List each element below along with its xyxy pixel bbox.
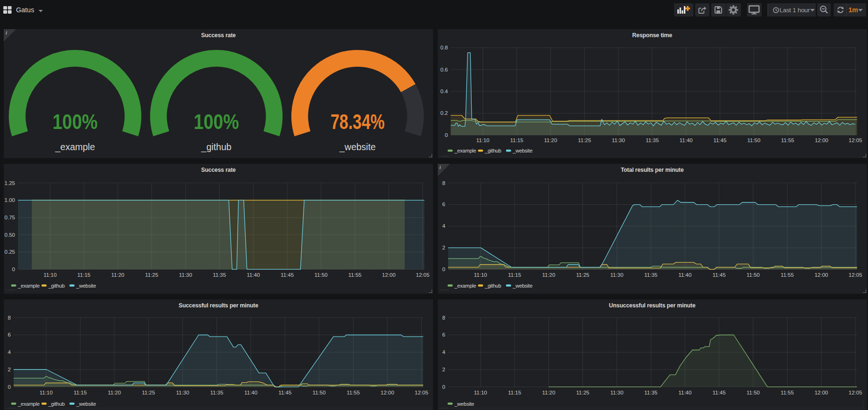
svg-text:11:40: 11:40 xyxy=(247,272,260,278)
svg-text:11:10: 11:10 xyxy=(476,137,490,143)
svg-text:0: 0 xyxy=(8,384,11,390)
svg-text:_example: _example xyxy=(55,142,95,153)
svg-text:2: 2 xyxy=(8,367,11,372)
svg-text:11:40: 11:40 xyxy=(678,390,691,395)
svg-text:11:50: 11:50 xyxy=(314,272,328,278)
svg-text:11:10: 11:10 xyxy=(43,272,56,278)
svg-text:6: 6 xyxy=(442,201,445,207)
svg-text:8: 8 xyxy=(442,180,445,186)
svg-text:4: 4 xyxy=(442,349,446,355)
svg-text:0: 0 xyxy=(442,384,445,390)
svg-text:11:45: 11:45 xyxy=(278,390,291,395)
svg-text:11:25: 11:25 xyxy=(576,272,589,278)
svg-text:12:05: 12:05 xyxy=(849,390,862,395)
svg-text:11:55: 11:55 xyxy=(780,390,794,395)
svg-text:11:20: 11:20 xyxy=(108,390,121,395)
svg-text:11:15: 11:15 xyxy=(510,137,523,143)
svg-text:11:50: 11:50 xyxy=(313,390,326,395)
svg-text:6: 6 xyxy=(442,332,445,338)
svg-text:11:15: 11:15 xyxy=(77,272,90,278)
svg-text:12:05: 12:05 xyxy=(415,390,428,395)
svg-text:_github: _github xyxy=(48,283,65,289)
svg-text:_example: _example xyxy=(454,148,476,153)
svg-text:11:15: 11:15 xyxy=(508,272,521,278)
svg-text:_website: _website xyxy=(339,142,376,153)
svg-text:11:55: 11:55 xyxy=(346,390,360,395)
svg-text:11:20: 11:20 xyxy=(542,272,555,278)
svg-text:11:20: 11:20 xyxy=(544,137,557,143)
svg-text:0.6: 0.6 xyxy=(441,67,448,72)
svg-text:0.75: 0.75 xyxy=(5,215,15,220)
svg-text:_website: _website xyxy=(512,148,532,153)
svg-text:4: 4 xyxy=(442,223,446,229)
svg-text:11:30: 11:30 xyxy=(610,390,623,395)
svg-text:0: 0 xyxy=(12,266,15,272)
svg-text:0: 0 xyxy=(442,266,445,272)
svg-text:12:00: 12:00 xyxy=(814,272,828,278)
svg-text:_example: _example xyxy=(17,401,40,407)
svg-text:0.4: 0.4 xyxy=(441,88,449,94)
svg-text:_github: _github xyxy=(201,142,232,153)
svg-text:11:35: 11:35 xyxy=(644,390,658,395)
svg-text:11:50: 11:50 xyxy=(747,390,760,395)
svg-text:11:40: 11:40 xyxy=(244,390,257,395)
svg-text:11:35: 11:35 xyxy=(210,390,223,395)
svg-text:_website: _website xyxy=(454,401,474,407)
svg-text:0: 0 xyxy=(445,132,448,138)
svg-text:_website: _website xyxy=(76,401,96,407)
svg-text:11:25: 11:25 xyxy=(145,272,158,278)
svg-text:11:55: 11:55 xyxy=(780,272,794,278)
svg-text:8: 8 xyxy=(8,315,11,321)
svg-text:11:10: 11:10 xyxy=(40,390,53,395)
svg-text:11:50: 11:50 xyxy=(747,272,760,278)
svg-text:_website: _website xyxy=(512,283,532,289)
svg-text:12:00: 12:00 xyxy=(382,272,396,278)
svg-text:11:45: 11:45 xyxy=(713,137,726,143)
svg-text:11:20: 11:20 xyxy=(111,272,124,278)
svg-text:_example: _example xyxy=(17,283,40,289)
svg-text:12:05: 12:05 xyxy=(849,272,862,278)
svg-text:11:10: 11:10 xyxy=(474,272,487,278)
svg-text:0.50: 0.50 xyxy=(5,232,15,238)
svg-text:11:45: 11:45 xyxy=(713,390,726,395)
svg-text:11:40: 11:40 xyxy=(680,137,693,143)
svg-text:12:05: 12:05 xyxy=(416,272,430,278)
svg-text:2: 2 xyxy=(442,245,445,250)
svg-text:_github: _github xyxy=(48,401,65,407)
svg-text:2: 2 xyxy=(442,367,445,372)
svg-text:_example: _example xyxy=(454,283,476,289)
svg-text:11:25: 11:25 xyxy=(578,137,591,143)
svg-text:11:35: 11:35 xyxy=(644,272,658,278)
svg-text:_website: _website xyxy=(76,283,96,289)
svg-text:12:00: 12:00 xyxy=(815,137,828,143)
svg-text:11:20: 11:20 xyxy=(542,390,555,395)
svg-text:12:05: 12:05 xyxy=(849,137,862,143)
svg-text:_github: _github xyxy=(484,148,501,153)
svg-text:11:35: 11:35 xyxy=(213,272,226,278)
svg-text:11:35: 11:35 xyxy=(646,137,659,143)
svg-text:11:25: 11:25 xyxy=(576,390,589,395)
svg-text:1.00: 1.00 xyxy=(5,197,15,203)
svg-text:11:30: 11:30 xyxy=(610,272,623,278)
svg-text:11:30: 11:30 xyxy=(179,272,192,278)
svg-text:0.25: 0.25 xyxy=(5,249,15,255)
svg-text:0.2: 0.2 xyxy=(441,110,448,116)
svg-text:11:50: 11:50 xyxy=(747,137,760,143)
svg-text:11:40: 11:40 xyxy=(678,272,691,278)
svg-text:1.25: 1.25 xyxy=(5,180,15,186)
svg-text:11:55: 11:55 xyxy=(348,272,362,278)
svg-text:11:30: 11:30 xyxy=(176,390,189,395)
svg-text:78.34%: 78.34% xyxy=(330,110,385,133)
svg-text:8: 8 xyxy=(442,315,445,321)
svg-text:0.8: 0.8 xyxy=(441,45,448,50)
svg-text:12:00: 12:00 xyxy=(814,390,828,395)
svg-text:4: 4 xyxy=(8,349,11,355)
svg-text:100%: 100% xyxy=(194,110,239,133)
svg-text:11:10: 11:10 xyxy=(474,390,487,395)
svg-text:11:15: 11:15 xyxy=(508,390,521,395)
svg-text:11:55: 11:55 xyxy=(781,137,794,143)
svg-text:11:25: 11:25 xyxy=(142,390,155,395)
svg-text:11:45: 11:45 xyxy=(281,272,294,278)
svg-text:11:15: 11:15 xyxy=(73,390,87,395)
svg-text:100%: 100% xyxy=(53,110,98,133)
